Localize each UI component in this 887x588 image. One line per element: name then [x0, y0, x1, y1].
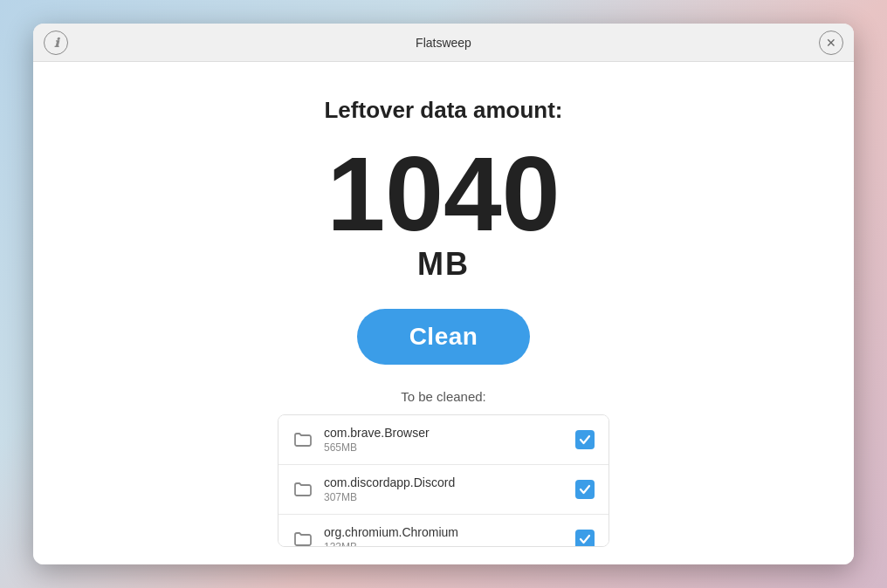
list-item: org.chromium.Chromium 133MB — [278, 515, 609, 547]
app-info: com.brave.Browser 565MB — [324, 426, 575, 454]
main-content: Leftover data amount: 1040 MB Clean To b… — [33, 62, 854, 564]
list-item: com.discordapp.Discord 307MB — [278, 465, 609, 515]
close-icon: ✕ — [826, 36, 836, 50]
apps-list: com.brave.Browser 565MB com.discordapp.D… — [278, 414, 609, 547]
amount-unit: MB — [417, 246, 470, 283]
to-be-cleaned-label: To be cleaned: — [401, 389, 486, 404]
app-size: 307MB — [324, 491, 575, 503]
amount-display: 1040 MB — [327, 141, 560, 283]
app-info: com.discordapp.Discord 307MB — [324, 475, 575, 503]
app-size: 133MB — [324, 541, 575, 547]
window-title: Flatsweep — [416, 36, 471, 50]
main-window: ℹ Flatsweep ✕ Leftover data amount: 1040… — [33, 24, 854, 564]
check-icon — [579, 533, 591, 545]
app-name: com.brave.Browser — [324, 426, 575, 440]
titlebar: ℹ Flatsweep ✕ — [33, 24, 854, 62]
app-checkbox[interactable] — [575, 480, 595, 499]
app-name: com.discordapp.Discord — [324, 475, 575, 489]
app-name: org.chromium.Chromium — [324, 525, 575, 539]
info-icon: ℹ — [54, 36, 58, 50]
folder-icon — [292, 479, 313, 500]
check-icon — [579, 434, 591, 446]
folder-icon — [292, 429, 313, 450]
app-checkbox[interactable] — [575, 530, 595, 547]
app-checkbox[interactable] — [575, 430, 595, 449]
close-button[interactable]: ✕ — [819, 31, 843, 55]
amount-number: 1040 — [327, 141, 560, 246]
leftover-label: Leftover data amount: — [324, 97, 562, 124]
check-icon — [579, 483, 591, 496]
folder-icon — [292, 529, 313, 547]
list-item: com.brave.Browser 565MB — [278, 415, 609, 465]
info-button[interactable]: ℹ — [44, 31, 68, 55]
app-info: org.chromium.Chromium 133MB — [324, 525, 575, 547]
app-size: 565MB — [324, 441, 575, 454]
clean-button[interactable]: Clean — [357, 309, 531, 365]
